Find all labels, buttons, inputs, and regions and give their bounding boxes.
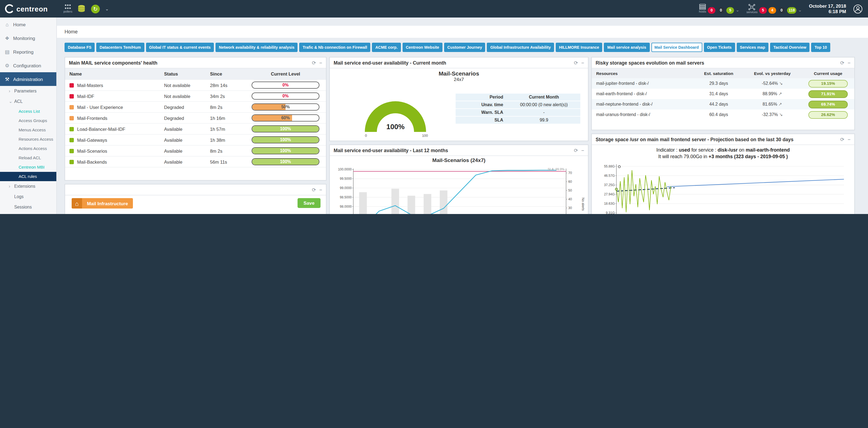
dashboard-tab-centreon-website[interactable]: Centreon Website — [403, 43, 442, 52]
table-row[interactable]: Mail-MastersNot available28m 14s0% — [65, 80, 326, 91]
collapse-panel-icon[interactable]: − — [319, 187, 322, 192]
info-label: Period — [456, 95, 507, 99]
refresh-icon[interactable]: ⟳ — [312, 60, 316, 65]
user-icon[interactable] — [853, 4, 863, 13]
info-row: SLA99.9 — [456, 117, 580, 124]
sidebar-item-home[interactable]: ⌂Home — [0, 18, 56, 31]
sidebar-item-parameters[interactable]: ›Parameters — [0, 86, 56, 96]
sidebar-item-acl-rules[interactable]: ACL rules — [0, 172, 56, 181]
sidebar-item-platform-status[interactable]: ›Platform Status — [0, 212, 56, 214]
level-cell: 50% — [245, 104, 326, 111]
table-row[interactable]: Mail-FrontendsDegraded1h 16m60% — [65, 113, 326, 124]
status-badge[interactable]: 5 — [726, 7, 734, 13]
sidebar-item-administration[interactable]: ⚒Administration — [0, 72, 56, 86]
topbar-left-icons: pollers ↻ ⌄ — [63, 4, 109, 14]
refresh-icon[interactable]: ⟳ — [312, 187, 316, 192]
resource-cell: mail-uranus-frontend - disk-/ — [592, 112, 694, 117]
table-row[interactable]: Mail-IDFNot available34m 2s0% — [65, 91, 326, 102]
table-row[interactable]: mail-uranus-frontend - disk-/60.4 days-3… — [592, 110, 854, 120]
refresh-icon[interactable]: ⟳ — [840, 137, 844, 142]
status-badge[interactable]: 5 — [759, 7, 767, 13]
sidebar-item-actions-access[interactable]: Actions Access — [0, 144, 56, 153]
service-name: Mail-Frontends — [77, 115, 107, 121]
svg-text:100%: 100% — [386, 122, 405, 131]
collapse-panel-icon[interactable]: − — [581, 60, 584, 65]
panel-title: Mail service end-user availability - Las… — [334, 147, 574, 153]
table-row[interactable]: Mail-GatewaysAvailable1h 38m100% — [65, 135, 326, 146]
sidebar-item-sessions[interactable]: Sessions — [0, 202, 56, 212]
availability-gauge: 100%0100 — [346, 86, 445, 141]
save-button[interactable]: Save — [298, 198, 320, 208]
chevron-down-icon[interactable]: ⌄ — [736, 8, 739, 12]
chevron-down-icon[interactable]: ⌄ — [105, 6, 108, 11]
sidebar-item-centreon-mbi[interactable]: Centreon MBI — [0, 163, 56, 172]
svg-text:55.88G: 55.88G — [604, 165, 615, 168]
sidebar-item-reload-acl[interactable]: Reload ACL — [0, 153, 56, 163]
pollers-indicator[interactable]: pollers — [63, 4, 72, 14]
storage-projection-chart: 9.31G18.63G27.94G37.25G46.57G55.88G2018-… — [592, 160, 854, 214]
sync-status-icon[interactable]: ↻ — [91, 4, 100, 13]
table-row[interactable]: Mail - User ExperienceDegraded8m 2s50% — [65, 102, 326, 113]
hosts-indicator[interactable]: hosts — [699, 4, 706, 14]
dashboard-tab-mail-service-analysis[interactable]: Mail service analysis — [604, 43, 650, 52]
dashboard-tab-open-tickets[interactable]: Open Tickets — [704, 43, 735, 52]
table-row[interactable]: mail-earth-frontend - disk-/31.4 days88.… — [592, 89, 854, 99]
collapse-panel-icon[interactable]: − — [581, 147, 584, 153]
status-badge[interactable]: 0 — [778, 7, 785, 13]
centreon-logo[interactable]: centreon — [0, 4, 57, 14]
dashboard-tab-top-10[interactable]: Top 10 — [811, 43, 830, 52]
sidebar-item-logs[interactable]: Logs — [0, 192, 56, 202]
home-icon: ⌂ — [4, 22, 10, 27]
infrastructure-title-chip[interactable]: ⌂ Mail Infrastructure — [72, 198, 133, 208]
collapse-panel-icon[interactable]: − — [319, 60, 322, 65]
refresh-icon[interactable]: ⟳ — [574, 60, 578, 65]
service-name: Mail - User Experience — [77, 104, 123, 110]
status-square — [69, 138, 74, 142]
panel-mail-infrastructure: ⟳− ⌂ Mail Infrastructure Save USERS SCEN… — [65, 184, 327, 214]
dashboard-tab-network-availability-reliability-analysis[interactable]: Network availability & reliability analy… — [216, 43, 298, 52]
dashboard-tab-tactical-overview[interactable]: Tactical Overview — [770, 43, 809, 52]
sidebar-item-monitoring[interactable]: ❖Monitoring — [0, 31, 56, 45]
dashboard-tab-global-it-status-current-events[interactable]: Global IT status & current events — [146, 43, 214, 52]
dashboard-tab-services-map[interactable]: Services map — [737, 43, 769, 52]
status-badge[interactable]: 118 — [787, 7, 797, 13]
text-fragment: on — [738, 147, 745, 153]
services-indicator[interactable]: services — [747, 4, 757, 14]
breadcrumb[interactable]: Home — [65, 29, 78, 34]
collapse-panel-icon[interactable]: − — [847, 137, 850, 142]
refresh-icon[interactable]: ⟳ — [574, 147, 578, 153]
collapse-panel-icon[interactable]: − — [847, 60, 850, 65]
status-badge[interactable]: 4 — [769, 7, 776, 13]
sidebar-item-resources-access[interactable]: Resources Access — [0, 135, 56, 144]
status-cell: Degraded — [164, 115, 210, 121]
status-square — [69, 94, 74, 98]
sidebar-item-access-list[interactable]: Access List — [0, 107, 56, 116]
level-cell: 60% — [245, 114, 326, 121]
table-row[interactable]: mail-jupiter-frontend - disk-/29.3 days-… — [592, 78, 854, 89]
sidebar-item-acl[interactable]: ⌄ACL — [0, 96, 56, 107]
refresh-icon[interactable]: ⟳ — [840, 60, 844, 65]
table-row[interactable]: Mail-ScenariosAvailable8m 2s100% — [65, 146, 326, 156]
status-badge[interactable]: 0 — [708, 7, 715, 13]
dashboard-tab-acme-corp[interactable]: ACME corp. — [372, 43, 401, 52]
sidebar-item-reporting[interactable]: ▤Reporting — [0, 45, 56, 59]
dashboard-tab-database-fs[interactable]: Database FS — [65, 43, 95, 52]
sidebar-item-extensions[interactable]: ›Extensions — [0, 181, 56, 192]
dashboard-tab-trafic-nb-connection-on-firewall[interactable]: Trafic & Nb connection on Firewall — [300, 43, 371, 52]
sidebar-item-access-groups[interactable]: Access Groups — [0, 116, 56, 125]
table-row[interactable]: mail-neptune-frontend - disk-/44.2 days8… — [592, 99, 854, 110]
dashboard-tab-customer-journey[interactable]: Customer Journey — [444, 43, 486, 52]
service-name: Mail-IDF — [77, 93, 94, 99]
sidebar-item-configuration[interactable]: ⚙Configuration — [0, 59, 56, 72]
sidebar-item-menus-access[interactable]: Menus Access — [0, 125, 56, 135]
table-row[interactable]: Load-Balancer-Mail-IDFAvailable1h 57m100… — [65, 124, 326, 135]
dashboard-tab-hillmore-insurance[interactable]: HILLMORE Insurance — [556, 43, 602, 52]
dashboard-tab-global-infrastructure-availability[interactable]: Global Infrastructure Availability — [487, 43, 554, 52]
dashboard-tab-datacenters-tem-hum[interactable]: Datacenters Tem/Hum — [96, 43, 144, 52]
dashboard-tab-mail-service-dashboard[interactable]: Mail Service Dashboard — [651, 43, 702, 52]
database-icon[interactable] — [77, 4, 86, 13]
chevron-down-icon[interactable]: ⌄ — [798, 8, 802, 12]
status-badge[interactable]: 0 — [717, 7, 725, 13]
service-name: Mail-Backends — [77, 159, 107, 165]
table-row[interactable]: Mail-BackendsAvailable56m 11s100% — [65, 156, 326, 168]
